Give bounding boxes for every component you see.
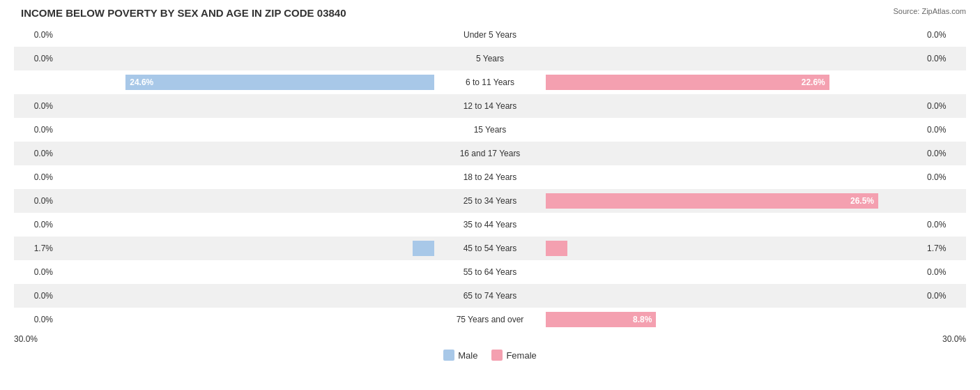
female-bar-area	[546, 47, 924, 70]
chart-title: INCOME BELOW POVERTY BY SEX AND AGE IN Z…	[14, 7, 966, 19]
female-value: 0.0%	[924, 172, 966, 182]
female-value: 0.0%	[924, 54, 966, 63]
female-bar-area: 26.5%	[546, 189, 924, 213]
female-inner-value: 26.5%	[850, 196, 874, 206]
legend: Male Female	[14, 350, 966, 361]
legend-male: Male	[443, 350, 477, 361]
table-row: 0.0% 65 to 74 Years 0.0%	[14, 284, 966, 308]
female-bar-area: 8.8%	[546, 308, 924, 331]
female-value: 0.0%	[924, 267, 966, 277]
female-bar-area	[546, 213, 924, 237]
male-bar-area	[56, 165, 434, 189]
male-value: 1.7%	[14, 243, 56, 253]
male-value: 0.0%	[14, 125, 56, 135]
female-bar: 22.6%	[546, 75, 829, 90]
table-row: 0.0% 25 to 34 Years 26.5%	[14, 189, 966, 213]
female-bar-area	[546, 118, 924, 142]
female-bar-area	[546, 260, 924, 284]
male-bar-area	[56, 237, 434, 260]
male-bar	[413, 241, 434, 256]
rows-container: 0.0% Under 5 Years 0.0% 0.0% 5 Years 0.0…	[14, 23, 966, 331]
legend-male-box	[443, 350, 454, 361]
female-bar	[546, 241, 567, 256]
male-value: 0.0%	[14, 220, 56, 230]
male-value: 0.0%	[14, 30, 56, 40]
male-bar-area	[56, 213, 434, 237]
male-bar-area	[56, 142, 434, 165]
female-bar: 8.8%	[546, 312, 656, 327]
row-label: 35 to 44 Years	[434, 220, 546, 230]
male-value: 0.0%	[14, 291, 56, 301]
source-text: Source: ZipAtlas.com	[893, 7, 966, 15]
row-label: 18 to 24 Years	[434, 172, 546, 182]
legend-male-label: Male	[458, 350, 477, 361]
row-label: 45 to 54 Years	[434, 243, 546, 253]
female-bar-area	[546, 284, 924, 308]
row-label: 16 and 17 Years	[434, 149, 546, 158]
axis-left: 30.0%	[14, 334, 38, 344]
table-row: 24.6% 6 to 11 Years 22.6%	[14, 70, 966, 94]
female-bar-area	[546, 165, 924, 189]
female-value: 0.0%	[924, 291, 966, 301]
female-bar-area	[546, 23, 924, 47]
male-value: 0.0%	[14, 54, 56, 63]
male-bar-area	[56, 284, 434, 308]
male-bar-area	[56, 23, 434, 47]
row-label: 15 Years	[434, 125, 546, 135]
table-row: 0.0% 5 Years 0.0%	[14, 47, 966, 70]
male-value: 0.0%	[14, 149, 56, 158]
legend-female: Female	[491, 350, 536, 361]
table-row: 0.0% 35 to 44 Years 0.0%	[14, 213, 966, 237]
male-bar-area	[56, 189, 434, 213]
female-bar-area	[546, 237, 924, 260]
female-value: 0.0%	[924, 30, 966, 40]
row-label: 6 to 11 Years	[434, 77, 546, 87]
chart-container: INCOME BELOW POVERTY BY SEX AND AGE IN Z…	[0, 0, 980, 390]
row-label: 75 Years and over	[434, 315, 546, 324]
legend-female-label: Female	[506, 350, 536, 361]
female-bar: 26.5%	[546, 193, 878, 209]
row-label: 25 to 34 Years	[434, 196, 546, 206]
male-value: 0.0%	[14, 315, 56, 324]
row-label: 12 to 14 Years	[434, 101, 546, 111]
male-bar-area	[56, 94, 434, 118]
male-bar: 24.6%	[125, 75, 434, 90]
row-label: 65 to 74 Years	[434, 291, 546, 301]
female-value: 0.0%	[924, 125, 966, 135]
legend-female-box	[491, 350, 503, 361]
axis-right: 30.0%	[942, 334, 966, 344]
table-row: 0.0% 12 to 14 Years 0.0%	[14, 94, 966, 118]
female-value: 0.0%	[924, 101, 966, 111]
table-row: 0.0% 16 and 17 Years 0.0%	[14, 142, 966, 165]
table-row: 1.7% 45 to 54 Years 1.7%	[14, 237, 966, 260]
male-value: 0.0%	[14, 172, 56, 182]
male-bar-area	[56, 47, 434, 70]
female-value: 0.0%	[924, 220, 966, 230]
male-bar-area: 24.6%	[56, 70, 434, 94]
female-value: 1.7%	[924, 243, 966, 253]
male-value: 0.0%	[14, 101, 56, 111]
axis-labels: 30.0% 30.0%	[14, 334, 966, 344]
row-label: 55 to 64 Years	[434, 267, 546, 277]
row-label: 5 Years	[434, 54, 546, 63]
male-inner-value: 24.6%	[130, 77, 153, 87]
male-value: 0.0%	[14, 267, 56, 277]
table-row: 0.0% 75 Years and over 8.8%	[14, 308, 966, 331]
female-bar-area	[546, 142, 924, 165]
table-row: 0.0% Under 5 Years 0.0%	[14, 23, 966, 47]
female-value: 0.0%	[924, 149, 966, 158]
female-inner-value: 22.6%	[802, 77, 825, 87]
row-label: Under 5 Years	[434, 30, 546, 40]
female-bar-area: 22.6%	[546, 70, 924, 94]
table-row: 0.0% 55 to 64 Years 0.0%	[14, 260, 966, 284]
table-row: 0.0% 15 Years 0.0%	[14, 118, 966, 142]
male-bar-area	[56, 118, 434, 142]
male-bar-area	[56, 308, 434, 331]
male-value: 0.0%	[14, 196, 56, 206]
female-inner-value: 8.8%	[633, 315, 652, 324]
table-row: 0.0% 18 to 24 Years 0.0%	[14, 165, 966, 189]
female-bar-area	[546, 94, 924, 118]
male-bar-area	[56, 260, 434, 284]
